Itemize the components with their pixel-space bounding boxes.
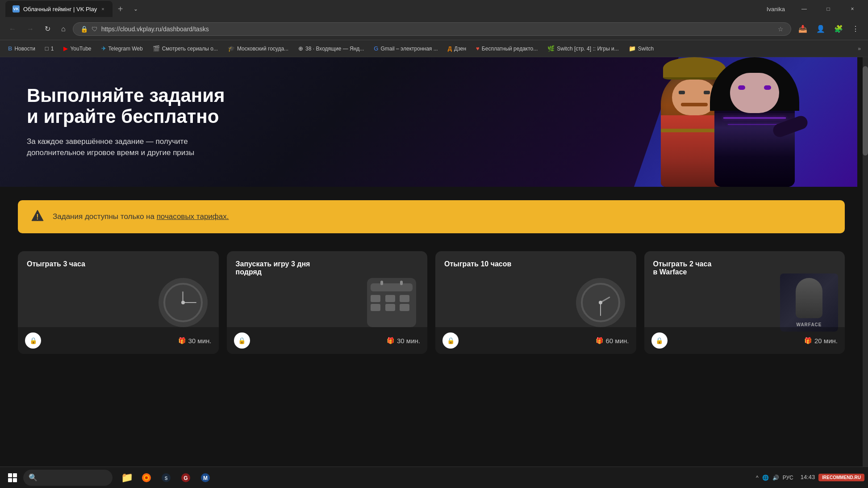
bookmark-telegram[interactable]: ✈ Telegram Web xyxy=(97,43,147,54)
cal-pin-left xyxy=(380,281,383,285)
scrollbar-thumb[interactable] xyxy=(863,66,868,156)
bookmark-switch2[interactable]: 📁 Switch xyxy=(624,43,658,54)
bookmark-label: 1 xyxy=(51,46,54,52)
task-title-3: Отыграть 10 часов xyxy=(444,260,627,268)
bookmark-yandex[interactable]: ⊕ 38 · Входящие — Янд... xyxy=(294,43,368,54)
maximize-button[interactable]: □ xyxy=(818,2,839,16)
reward-text-1: 30 мин. xyxy=(188,337,212,345)
win-sq-1 xyxy=(8,473,12,477)
cal-cell-2 xyxy=(385,295,395,302)
bookmark-moscow[interactable]: 🎓 Московский госуда... xyxy=(223,43,293,54)
taskbar: 🔍 📁 S G M xyxy=(0,467,868,488)
eye-purple-right xyxy=(764,85,771,90)
home-button[interactable]: ⌂ xyxy=(58,22,69,36)
warning-banner: ! Задания доступны только на почасовых т… xyxy=(18,200,845,233)
clock-icon-3 xyxy=(576,278,625,327)
scrollbar[interactable] xyxy=(863,57,868,470)
nav-right: 📥 👤 🧩 ⋮ xyxy=(795,22,863,36)
lock-icon-3: 🔒 xyxy=(447,337,455,344)
address-bar[interactable]: 🔒 🛡 https://cloud.vkplay.ru/dashboard/ta… xyxy=(73,22,791,36)
taskbar-apps: 📁 S G M xyxy=(118,469,214,487)
taskbar-app-steam[interactable]: S xyxy=(157,469,175,487)
reward-text-2: 30 мин. xyxy=(397,337,420,345)
chevron-up-icon[interactable]: ^ xyxy=(756,475,759,481)
bookmark-switch[interactable]: 🌿 Switch [стр. 4] :: Игры и... xyxy=(543,43,623,54)
vk-icon: В xyxy=(8,45,12,52)
svg-text:S: S xyxy=(165,476,168,481)
gift-icon-3: 🎁 xyxy=(596,337,603,344)
start-button[interactable] xyxy=(4,469,21,487)
task-footer-3: 🔒 🎁 60 мин. xyxy=(435,327,636,354)
new-tab-button[interactable]: + xyxy=(114,2,127,16)
active-tab[interactable]: VK Облачный геймінг | VK Play × xyxy=(5,1,113,17)
taskbar-app-misc[interactable]: M xyxy=(196,469,214,487)
lock-button-2[interactable]: 🔒 xyxy=(234,332,250,349)
gift-icon-2: 🎁 xyxy=(387,337,394,344)
reward-info-3: 🎁 60 мин. xyxy=(596,337,629,345)
bookmark-vk-news[interactable]: В Новости xyxy=(4,43,40,54)
task-image-3 xyxy=(569,271,632,334)
pocket-icon[interactable]: 📥 xyxy=(795,22,811,36)
misc-app-icon: M xyxy=(200,472,211,483)
svg-point-4 xyxy=(145,476,148,479)
page-content: Выполняйте заданияи играйте бесплатно За… xyxy=(0,57,868,470)
tab-close-button[interactable]: × xyxy=(100,5,105,13)
task-image-1 xyxy=(152,271,214,334)
search-icon: 🔍 xyxy=(29,473,38,482)
warning-link[interactable]: почасовых тарифах. xyxy=(157,212,229,221)
bookmark-gmail[interactable]: G Gmail – электронная ... xyxy=(369,43,442,54)
tab-overflow-button[interactable]: ⌄ xyxy=(130,4,142,14)
taskbar-search[interactable]: 🔍 xyxy=(23,470,113,486)
clock-display[interactable]: 14:43 xyxy=(801,473,815,481)
taskbar-app-explorer[interactable]: 📁 xyxy=(118,469,136,487)
star-icon[interactable]: ☆ xyxy=(778,25,784,33)
taskbar-app-browser[interactable] xyxy=(138,469,155,487)
explorer-icon: 📁 xyxy=(121,472,133,484)
editor-icon: ♥ xyxy=(476,45,480,52)
lock-button-3[interactable]: 🔒 xyxy=(442,332,459,349)
shield-icon: 🛡 xyxy=(92,25,98,33)
bookmark-youtube[interactable]: ▶ YouTube xyxy=(59,43,96,54)
forward-button[interactable]: → xyxy=(23,22,38,36)
profile-icon[interactable]: 👤 xyxy=(813,22,829,36)
task-card-2: Запускать игру 3 дняподряд xyxy=(227,251,428,354)
menu-button[interactable]: ⋮ xyxy=(848,22,863,36)
eye-right xyxy=(704,91,710,94)
windows-logo-icon xyxy=(8,473,17,482)
bookmarks-overflow-button[interactable]: » xyxy=(854,44,864,54)
lock-icon-2: 🔒 xyxy=(238,337,246,344)
bookmark-serials[interactable]: 🎬 Смотреть сериалы о... xyxy=(148,43,222,54)
warning-text: Задания доступны только на почасовых тар… xyxy=(53,212,229,221)
task-card-3: Отыграть 10 часов 🔒 🎁 xyxy=(435,251,636,354)
task-footer-1: 🔒 🎁 30 мин. xyxy=(18,327,219,354)
back-button[interactable]: ← xyxy=(5,22,20,36)
svg-text:G: G xyxy=(184,475,188,481)
reward-info-1: 🎁 30 мин. xyxy=(178,337,212,345)
glow-line-1 xyxy=(723,118,786,118)
user-name: Ivanika xyxy=(767,6,785,13)
close-button[interactable]: × xyxy=(842,2,863,16)
bookmark-1[interactable]: □ 1 xyxy=(41,43,58,54)
bookmark-label: Switch xyxy=(638,46,654,52)
task-image-2 xyxy=(360,271,423,334)
tasks-section: Отыграть 3 часа 🔒 🎁 xyxy=(0,247,863,367)
reload-button[interactable]: ↻ xyxy=(41,22,54,36)
bookmarks-bar: В Новости □ 1 ▶ YouTube ✈ Telegram Web 🎬… xyxy=(0,40,868,57)
volume-icon: 🔊 xyxy=(772,475,779,481)
time-display: 14:43 xyxy=(801,473,815,481)
telegram-icon: ✈ xyxy=(101,45,106,52)
bookmark-label: Московский госуда... xyxy=(237,46,288,52)
bookmark-label: 38 · Входящие — Янд... xyxy=(305,46,364,52)
lock-button-1[interactable]: 🔒 xyxy=(25,332,41,349)
task-card-1: Отыграть 3 часа 🔒 🎁 xyxy=(18,251,219,354)
minimize-button[interactable]: — xyxy=(794,2,814,16)
taskbar-app-game[interactable]: G xyxy=(177,469,195,487)
folder-icon: 📁 xyxy=(629,45,636,52)
game-icon: G xyxy=(180,472,191,483)
bookmark-editor[interactable]: ♥ Бесплатный редакто... xyxy=(472,43,542,54)
calendar-icon-2 xyxy=(367,278,416,327)
bookmark-dzen[interactable]: Д Дзен xyxy=(443,43,471,54)
browser-frame: VK Облачный геймінг | VK Play × + ⌄ Ivan… xyxy=(0,0,868,57)
extensions-icon[interactable]: 🧩 xyxy=(830,22,847,36)
lock-button-4[interactable]: 🔒 xyxy=(651,332,668,349)
